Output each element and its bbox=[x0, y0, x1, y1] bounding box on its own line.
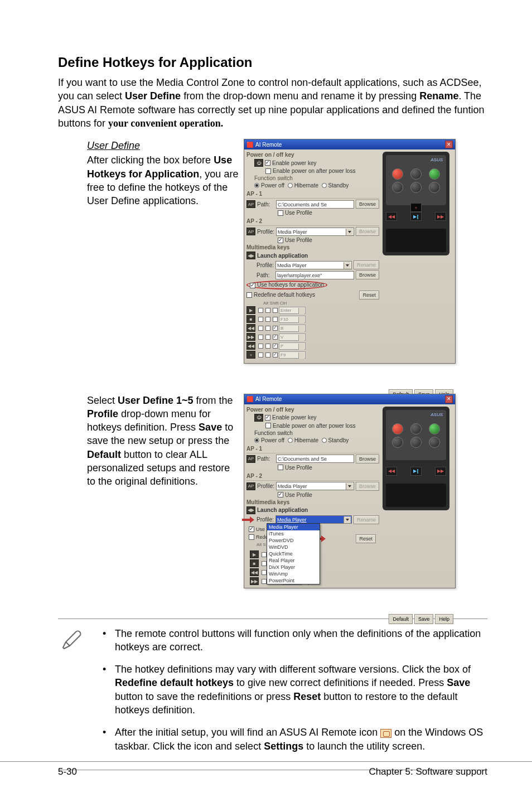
red-arrow-1 bbox=[242, 516, 255, 524]
dropdown-option[interactable]: iTunes bbox=[267, 530, 320, 537]
ap1-browse-button[interactable]: Browse bbox=[356, 200, 379, 209]
launch-app-label: Launch application bbox=[257, 253, 308, 259]
reset-button[interactable]: Reset bbox=[356, 534, 376, 543]
hibernate-radio[interactable] bbox=[288, 183, 293, 188]
intro-text: If you want to use the Media Control Zon… bbox=[58, 76, 487, 130]
launch-profile-dd[interactable]: Media Player bbox=[275, 261, 352, 269]
enable-power-checkbox[interactable] bbox=[265, 160, 270, 166]
user-define-2-para: Select User Define 1~5 from the Profile … bbox=[87, 394, 239, 489]
hotkey-row[interactable]: ＋F9 bbox=[246, 351, 379, 359]
dropdown-option[interactable]: WinDVD bbox=[267, 544, 320, 550]
power-section-label: Power on / off key bbox=[246, 152, 379, 158]
enable-power-after-label: Enable power on after power loss bbox=[273, 168, 355, 174]
dropdown-option[interactable]: PowerDVD bbox=[267, 537, 320, 544]
dropdown-option[interactable]: DivX Player bbox=[267, 564, 320, 571]
standby-radio[interactable] bbox=[322, 183, 327, 188]
note-item: The hotkey definitions may vary with dif… bbox=[100, 663, 487, 717]
ap1-path-input[interactable]: C:\Documents and Se bbox=[276, 200, 354, 209]
close-icon[interactable]: ✕ bbox=[445, 395, 453, 403]
enable-power-checkbox[interactable] bbox=[265, 415, 270, 421]
note-item: After the initial setup, you will find a… bbox=[100, 726, 487, 753]
rename-button: Rename bbox=[354, 260, 379, 269]
dropdown-option[interactable]: Real Player bbox=[267, 557, 320, 564]
hotkey-row[interactable]: ◀◀P bbox=[246, 342, 379, 350]
dropdown-option[interactable]: QuickTime bbox=[267, 550, 320, 557]
dropdown-option[interactable]: WinAmp bbox=[267, 571, 320, 577]
user-define-title: User Define bbox=[87, 139, 239, 152]
ap1-use-profile-cb[interactable] bbox=[278, 210, 283, 216]
enable-power-after-checkbox[interactable] bbox=[265, 168, 271, 174]
dropdown-option[interactable]: PowerPoint bbox=[267, 577, 320, 584]
use-hotkeys-cb[interactable] bbox=[250, 283, 255, 288]
ai-remote-icon bbox=[380, 729, 391, 738]
notes-list: The remote control buttons will function… bbox=[89, 627, 487, 762]
pencil-icon bbox=[58, 627, 89, 658]
remote-logo: ASUS bbox=[431, 157, 443, 162]
dialog-title: AI Remote bbox=[255, 142, 282, 148]
launch-browse-button[interactable]: Browse bbox=[356, 270, 379, 279]
default-button[interactable]: Default bbox=[389, 614, 413, 624]
close-icon[interactable]: ✕ bbox=[445, 141, 453, 148]
function-switch-label: Function switch bbox=[254, 175, 379, 181]
ap2-label: AP - 2 bbox=[246, 218, 379, 224]
hotkey-row[interactable]: ■F10 bbox=[246, 315, 379, 323]
hotkey-row[interactable]: ▶▶V bbox=[246, 333, 379, 341]
enable-power-label: Enable power key bbox=[272, 160, 317, 166]
help-button[interactable]: Help bbox=[435, 614, 453, 624]
profile-dropdown-list[interactable]: Media PlayeriTunesPowerDVDWinDVDQuickTim… bbox=[267, 523, 320, 584]
dialog-screenshot-2: 🟥AI Remote ✕ Power on / off key ⏻Enable … bbox=[244, 394, 456, 607]
note-item: The remote control buttons will function… bbox=[100, 627, 487, 654]
user-define-para: After clicking the box before Use Hotkey… bbox=[87, 153, 239, 207]
ap2-use-profile-cb[interactable] bbox=[278, 238, 283, 243]
reset-button[interactable]: Reset bbox=[359, 291, 379, 299]
chapter-label: Chapter 5: Software support bbox=[369, 766, 487, 777]
hotkey-row[interactable]: ▶Enter bbox=[246, 306, 379, 315]
ap2-browse-button: Browse bbox=[356, 227, 379, 236]
save-button[interactable]: Save bbox=[414, 614, 434, 624]
ap1-label: AP - 1 bbox=[246, 191, 379, 197]
page-heading: Define Hotkeys for Application bbox=[58, 55, 487, 70]
page-number: 5-30 bbox=[58, 766, 77, 777]
dialog-screenshot-1: 🟥AI Remote ✕ Power on / off key ⏻Enable … bbox=[244, 139, 456, 382]
hotkey-row[interactable]: ◀◀B bbox=[246, 324, 379, 332]
poweroff-radio[interactable] bbox=[254, 183, 259, 188]
dropdown-option[interactable]: Media Player bbox=[267, 524, 320, 530]
multimedia-keys-label: Multimedia keys bbox=[246, 244, 379, 250]
launch-path-input[interactable]: layer\wmplayer.exe" bbox=[275, 271, 354, 279]
ap2-profile-dd[interactable]: Media Player bbox=[276, 228, 354, 236]
redefine-cb[interactable] bbox=[246, 292, 252, 298]
